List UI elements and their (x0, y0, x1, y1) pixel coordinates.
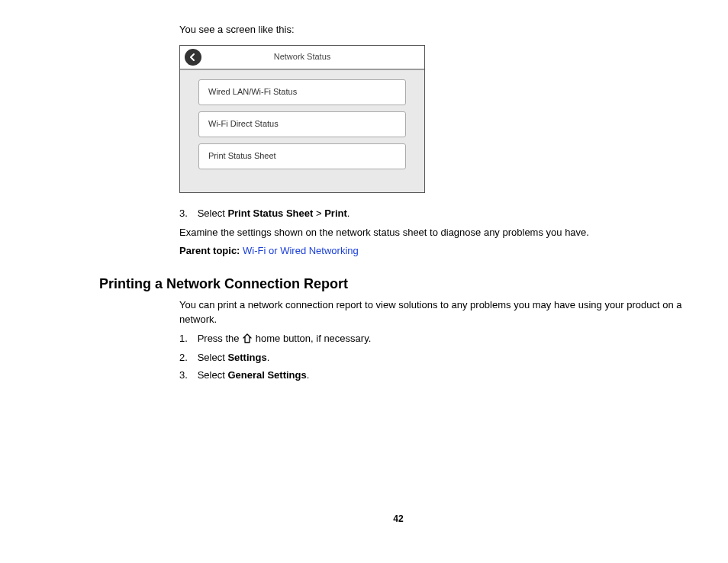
step-bold-1: Print Status Sheet (227, 208, 313, 219)
step-bold: General Settings (227, 369, 306, 381)
step-suffix: . (307, 369, 310, 381)
step-number: 3. (179, 207, 195, 221)
parent-topic: Parent topic: Wi-Fi or Wired Networking (179, 244, 697, 259)
screen-header: Network Status (180, 46, 424, 69)
back-icon (185, 49, 201, 66)
parent-topic-label: Parent topic: (179, 245, 243, 256)
step-sep: > (313, 208, 324, 219)
step-suffix: . (267, 352, 270, 363)
screen-body: Wired LAN/Wi-Fi Status Wi-Fi Direct Stat… (180, 69, 424, 192)
screen-option: Wired LAN/Wi-Fi Status (198, 79, 406, 105)
step-number: 2. (179, 351, 195, 365)
screen-option: Wi-Fi Direct Status (198, 111, 406, 137)
step-prefix: Select (198, 369, 228, 381)
step-bold-2: Print (324, 208, 347, 219)
examine-text: Examine the settings shown on the networ… (179, 226, 697, 240)
step-bold: Settings (227, 352, 266, 363)
section-heading: Printing a Network Connection Report (99, 274, 697, 294)
screen-option: Print Status Sheet (198, 143, 406, 169)
sec2-step-3: 3. Select General Settings. (179, 368, 697, 383)
intro-text: You see a screen like this: (179, 23, 697, 37)
step-suffix: . (347, 208, 350, 219)
screen-title: Network Status (180, 51, 424, 63)
step-3: 3. Select Print Status Sheet > Print. (179, 207, 697, 221)
page-number: 42 (99, 513, 697, 526)
section-intro: You can print a network connection repor… (179, 298, 697, 327)
sec2-step-1: 1. Press the home button, if necessary. (179, 332, 697, 348)
step-number: 1. (179, 332, 195, 346)
step-number: 3. (179, 368, 195, 383)
step-prefix: Press the (198, 333, 243, 344)
parent-topic-link[interactable]: Wi-Fi or Wired Networking (243, 245, 359, 256)
screenshot-figure: Network Status Wired LAN/Wi-Fi Status Wi… (179, 45, 425, 193)
step-prefix: Select (198, 352, 228, 363)
step-suffix: home button, if necessary. (253, 333, 371, 344)
step-text-prefix: Select (198, 208, 228, 219)
sec2-step-2: 2. Select Settings. (179, 351, 697, 365)
home-icon (242, 333, 253, 348)
